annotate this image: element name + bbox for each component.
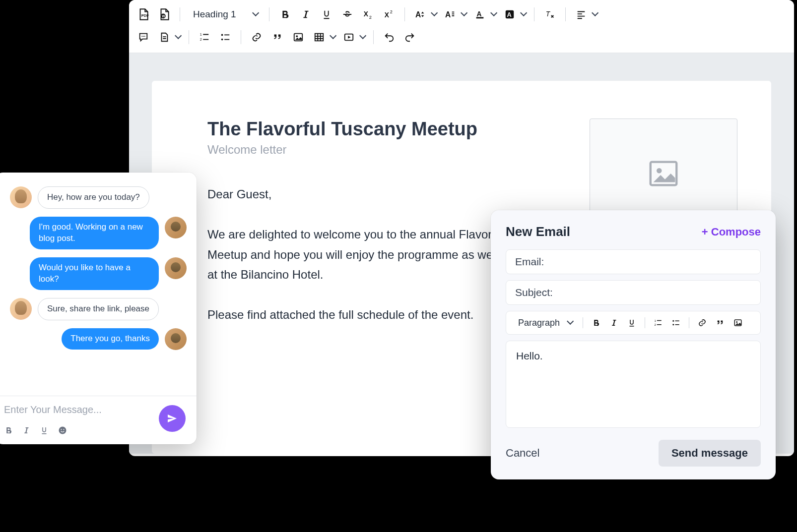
italic-button[interactable] [22, 426, 31, 435]
undo-button[interactable] [380, 28, 398, 47]
svg-point-30 [64, 429, 65, 430]
email-composer-window: New Email + Compose Email: Subject: Para… [491, 210, 776, 479]
italic-button[interactable] [296, 5, 315, 24]
chevron-down-icon [490, 11, 496, 17]
image-button[interactable] [289, 28, 308, 47]
heading-select[interactable]: Heading 1 [186, 5, 263, 24]
toolbar-separator [689, 317, 689, 328]
chat-message-row: There you go, thanks [10, 328, 187, 350]
bulleted-list-button[interactable] [668, 315, 684, 331]
strikethrough-button[interactable] [338, 5, 357, 24]
comment-icon [137, 32, 149, 43]
strikethrough-icon [342, 9, 353, 20]
chevron-down-icon [520, 11, 526, 17]
chat-messages: Hey, how are you today? I'm good. Workin… [0, 173, 197, 396]
media-dropdown[interactable] [339, 28, 367, 47]
cancel-button[interactable]: Cancel [506, 447, 539, 460]
underline-button[interactable] [624, 315, 640, 331]
export-pdf-button[interactable]: PDF [134, 5, 153, 24]
chat-bubble: There you go, thanks [62, 328, 159, 350]
undo-icon [384, 32, 395, 43]
send-message-button[interactable]: Send message [659, 440, 761, 467]
italic-icon [609, 318, 618, 327]
paragraph-select-label: Paragraph [518, 318, 560, 328]
svg-point-28 [59, 427, 66, 434]
font-family-dropdown[interactable]: A [441, 5, 468, 24]
font-size-dropdown[interactable]: A [411, 5, 439, 24]
email-body-input[interactable]: Hello. [506, 341, 761, 428]
subscript-button[interactable]: X2 [359, 5, 378, 24]
font-color-dropdown[interactable]: A [470, 5, 498, 24]
send-button[interactable] [159, 405, 186, 432]
italic-icon [22, 426, 31, 435]
export-word-button[interactable]: W [155, 5, 174, 24]
numbered-list-icon: 12 [654, 318, 663, 327]
redo-button[interactable] [400, 28, 419, 47]
svg-point-21 [221, 39, 223, 41]
numbered-list-button[interactable]: 12 [650, 315, 666, 331]
italic-button[interactable] [606, 315, 622, 331]
compose-button[interactable]: + Compose [702, 226, 761, 238]
chat-format-toolbar [4, 425, 188, 435]
clear-format-button[interactable]: T [540, 5, 559, 24]
bulleted-list-icon [220, 32, 231, 43]
bold-button[interactable] [588, 315, 604, 331]
email-subject-field[interactable]: Subject: [506, 280, 761, 305]
svg-point-23 [296, 35, 298, 37]
clear-format-icon: T [544, 9, 556, 20]
table-dropdown[interactable] [310, 28, 337, 47]
paragraph-select[interactable]: Paragraph [511, 314, 578, 331]
track-changes-dropdown[interactable] [155, 28, 183, 47]
svg-text:1: 1 [655, 319, 657, 322]
chevron-down-icon [567, 320, 573, 326]
font-family-icon: A [444, 9, 456, 20]
numbered-list-icon: 12 [199, 32, 210, 43]
chevron-down-icon [330, 34, 335, 40]
highlight-dropdown[interactable]: A [500, 5, 528, 24]
bold-button[interactable] [4, 426, 13, 435]
bold-button[interactable] [275, 5, 294, 24]
chat-message-row: I'm good. Working on a new blog post. [10, 217, 187, 249]
email-footer: Cancel Send message [506, 440, 761, 467]
svg-point-17 [144, 36, 145, 37]
email-to-field[interactable]: Email: [506, 249, 761, 274]
font-size-icon: A [414, 9, 426, 20]
emoji-button[interactable] [58, 425, 67, 435]
image-placeholder-icon [644, 156, 683, 191]
bulleted-list-button[interactable] [216, 28, 235, 47]
image-button[interactable] [730, 315, 746, 331]
svg-point-16 [143, 36, 144, 37]
svg-point-20 [221, 34, 223, 36]
underline-button[interactable] [40, 426, 49, 435]
svg-rect-11 [476, 17, 483, 19]
avatar [165, 217, 187, 238]
avatar [165, 328, 187, 350]
svg-rect-3 [343, 14, 351, 15]
underline-button[interactable] [317, 5, 336, 24]
svg-point-34 [672, 324, 674, 325]
comment-button[interactable] [134, 28, 153, 47]
alignment-dropdown[interactable] [572, 5, 599, 24]
svg-text:T: T [545, 10, 550, 18]
bold-icon [279, 9, 290, 20]
send-icon [166, 413, 178, 424]
blockquote-button[interactable] [268, 28, 287, 47]
superscript-button[interactable]: X2 [380, 5, 398, 24]
svg-text:A: A [445, 10, 451, 19]
toolbar-separator [189, 30, 189, 44]
link-button[interactable] [694, 315, 710, 331]
email-title: New Email [506, 224, 570, 239]
chat-window: Hey, how are you today? I'm good. Workin… [0, 173, 197, 444]
link-button[interactable] [247, 28, 266, 47]
highlight-icon: A [504, 9, 515, 20]
toolbar-separator [534, 7, 534, 21]
blockquote-button[interactable] [712, 315, 728, 331]
font-color-icon: A [474, 9, 485, 20]
svg-point-27 [657, 168, 662, 174]
svg-text:2: 2 [655, 323, 657, 326]
chevron-down-icon [592, 11, 598, 17]
numbered-list-button[interactable]: 12 [195, 28, 214, 47]
table-icon [314, 32, 325, 43]
redo-icon [404, 32, 415, 43]
svg-text:A: A [507, 11, 511, 18]
